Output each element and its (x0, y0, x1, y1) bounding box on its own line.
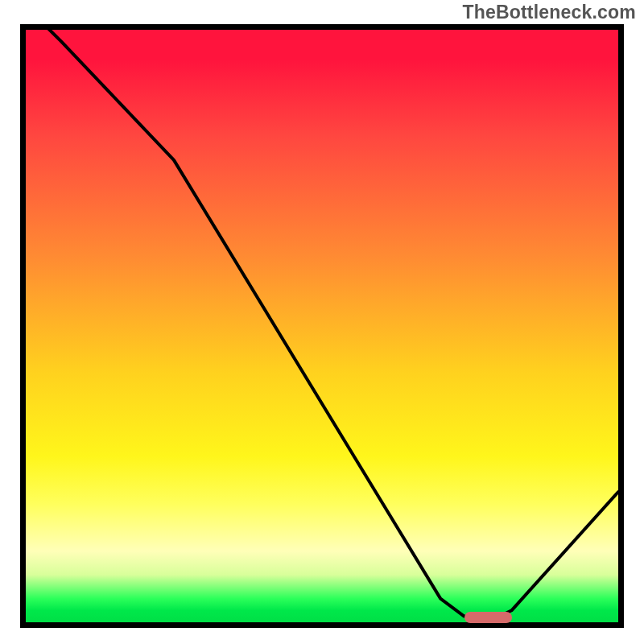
chart-frame (20, 24, 624, 628)
optimal-range-marker (464, 612, 512, 623)
bottleneck-curve (26, 30, 618, 617)
watermark-label: TheBottleneck.com (462, 2, 636, 23)
curve-svg (26, 30, 618, 622)
chart-container: TheBottleneck.com (0, 0, 644, 644)
